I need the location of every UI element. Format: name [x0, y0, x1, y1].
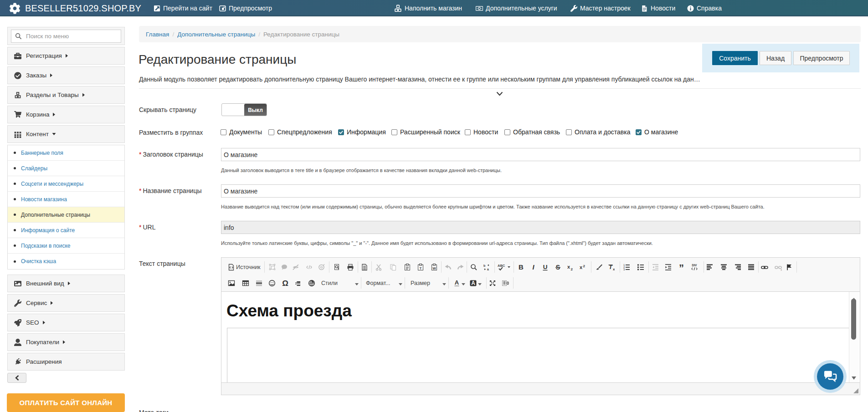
svg-text:3: 3 [623, 268, 625, 271]
svg-text:T: T [420, 266, 422, 270]
svg-text:2: 2 [583, 264, 586, 268]
svg-text:ABC: ABC [498, 264, 505, 268]
svg-text:x: x [567, 264, 570, 270]
svg-text:T: T [609, 264, 613, 270]
svg-text:W: W [432, 266, 436, 270]
svg-text:x: x [580, 264, 583, 270]
svg-text:a: a [487, 268, 489, 271]
svg-text:A: A [455, 280, 459, 286]
svg-text:A: A [471, 280, 475, 286]
svg-text:I: I [532, 264, 534, 271]
svg-text:Ω: Ω [282, 280, 288, 287]
svg-text:”: ” [679, 264, 684, 271]
svg-text:b: b [483, 264, 485, 267]
svg-text:x: x [781, 268, 782, 271]
svg-text:DIV: DIV [692, 264, 698, 267]
svg-text:2: 2 [571, 267, 573, 271]
svg-text:U: U [543, 264, 548, 270]
svg-text:B: B [519, 264, 524, 271]
svg-text:x: x [613, 267, 615, 271]
